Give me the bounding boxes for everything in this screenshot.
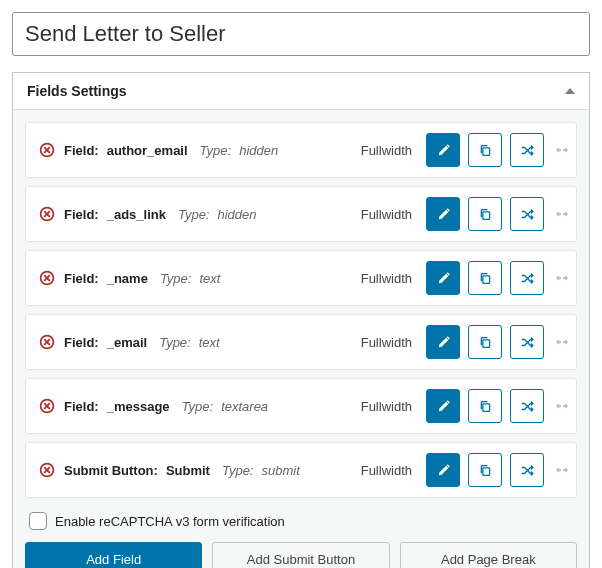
shuffle-button[interactable] xyxy=(510,389,544,423)
field-name: _ads_link xyxy=(107,207,166,222)
field-name: _name xyxy=(107,271,148,286)
copy-button[interactable] xyxy=(468,453,502,487)
field-row: Field:_nameType:textFullwidth xyxy=(25,250,577,306)
recaptcha-checkbox-row[interactable]: Enable reCAPTCHA v3 form verification xyxy=(25,506,577,536)
field-row: Field:_messageType:textareaFullwidth xyxy=(25,378,577,434)
recaptcha-checkbox[interactable] xyxy=(29,512,47,530)
field-type-label: Type: xyxy=(159,335,191,350)
drag-handle-icon[interactable] xyxy=(554,400,570,412)
fields-settings-panel: Fields Settings Field:author_emailType:h… xyxy=(12,72,590,568)
copy-button[interactable] xyxy=(468,389,502,423)
field-type-label: Type: xyxy=(200,143,232,158)
add-page-break-button[interactable]: Add Page Break xyxy=(400,542,577,568)
field-row: Submit Button:SubmitType:submitFullwidth xyxy=(25,442,577,498)
add-field-button[interactable]: Add Field xyxy=(25,542,202,568)
field-name: Submit xyxy=(166,463,210,478)
delete-icon[interactable] xyxy=(38,333,56,351)
field-name: author_email xyxy=(107,143,188,158)
copy-button[interactable] xyxy=(468,133,502,167)
fullwidth-label: Fullwidth xyxy=(361,335,412,350)
field-type: textarea xyxy=(221,399,268,414)
copy-button[interactable] xyxy=(468,261,502,295)
delete-icon[interactable] xyxy=(38,205,56,223)
svg-rect-15 xyxy=(482,339,489,347)
field-kind-label: Submit Button: xyxy=(64,463,158,478)
shuffle-button[interactable] xyxy=(510,133,544,167)
edit-button[interactable] xyxy=(426,325,460,359)
svg-rect-7 xyxy=(482,211,489,219)
delete-icon[interactable] xyxy=(38,141,56,159)
edit-button[interactable] xyxy=(426,389,460,423)
svg-rect-19 xyxy=(482,403,489,411)
field-row: Field:_emailType:textFullwidth xyxy=(25,314,577,370)
field-kind-label: Field: xyxy=(64,143,99,158)
fullwidth-label: Fullwidth xyxy=(361,399,412,414)
field-type: submit xyxy=(262,463,300,478)
fullwidth-label: Fullwidth xyxy=(361,207,412,222)
form-title-input[interactable]: Send Letter to Seller xyxy=(12,12,590,56)
field-type-label: Type: xyxy=(160,271,192,286)
field-type: text xyxy=(199,271,220,286)
field-row: Field:author_emailType:hiddenFullwidth xyxy=(25,122,577,178)
delete-icon[interactable] xyxy=(38,269,56,287)
shuffle-button[interactable] xyxy=(510,261,544,295)
svg-rect-23 xyxy=(482,467,489,475)
drag-handle-icon[interactable] xyxy=(554,208,570,220)
form-title-text: Send Letter to Seller xyxy=(25,21,226,46)
fullwidth-label: Fullwidth xyxy=(361,143,412,158)
field-type: hidden xyxy=(239,143,278,158)
copy-button[interactable] xyxy=(468,325,502,359)
panel-header[interactable]: Fields Settings xyxy=(13,73,589,110)
field-type-label: Type: xyxy=(182,399,214,414)
field-type: text xyxy=(199,335,220,350)
field-kind-label: Field: xyxy=(64,335,99,350)
shuffle-button[interactable] xyxy=(510,325,544,359)
add-submit-button[interactable]: Add Submit Button xyxy=(212,542,389,568)
panel-body: Field:author_emailType:hiddenFullwidthFi… xyxy=(13,110,589,568)
edit-button[interactable] xyxy=(426,197,460,231)
copy-button[interactable] xyxy=(468,197,502,231)
collapse-caret-icon xyxy=(565,88,575,94)
field-type: hidden xyxy=(218,207,257,222)
drag-handle-icon[interactable] xyxy=(554,464,570,476)
drag-handle-icon[interactable] xyxy=(554,336,570,348)
edit-button[interactable] xyxy=(426,453,460,487)
action-buttons-row: Add Field Add Submit Button Add Page Bre… xyxy=(25,542,577,568)
edit-button[interactable] xyxy=(426,133,460,167)
fullwidth-label: Fullwidth xyxy=(361,463,412,478)
recaptcha-label: Enable reCAPTCHA v3 form verification xyxy=(55,514,285,529)
field-kind-label: Field: xyxy=(64,399,99,414)
shuffle-button[interactable] xyxy=(510,197,544,231)
field-type-label: Type: xyxy=(222,463,254,478)
field-name: _email xyxy=(107,335,147,350)
delete-icon[interactable] xyxy=(38,397,56,415)
field-row: Field:_ads_linkType:hiddenFullwidth xyxy=(25,186,577,242)
svg-rect-3 xyxy=(482,147,489,155)
field-kind-label: Field: xyxy=(64,271,99,286)
field-type-label: Type: xyxy=(178,207,210,222)
svg-rect-11 xyxy=(482,275,489,283)
field-kind-label: Field: xyxy=(64,207,99,222)
shuffle-button[interactable] xyxy=(510,453,544,487)
delete-icon[interactable] xyxy=(38,461,56,479)
drag-handle-icon[interactable] xyxy=(554,144,570,156)
drag-handle-icon[interactable] xyxy=(554,272,570,284)
panel-title: Fields Settings xyxy=(27,83,127,99)
edit-button[interactable] xyxy=(426,261,460,295)
field-name: _message xyxy=(107,399,170,414)
fullwidth-label: Fullwidth xyxy=(361,271,412,286)
